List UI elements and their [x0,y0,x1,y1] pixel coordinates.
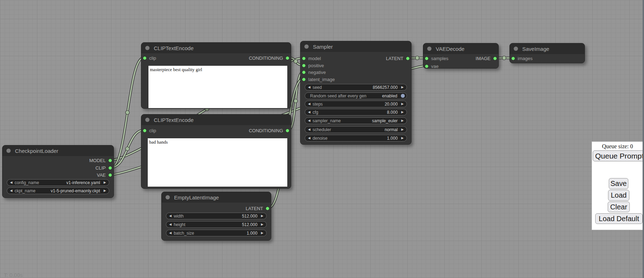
node-graph-canvas[interactable]: CheckpointLoaderMODELCLIPVAE◀config_name… [0,0,644,278]
link-midpoint-dot[interactable] [294,59,298,63]
widget-height[interactable]: ◀height512.000▶ [166,221,267,228]
widget-width[interactable]: ◀width512.000▶ [166,213,267,219]
widget-increment-arrow-icon[interactable]: ▶ [401,86,404,89]
widget-increment-arrow-icon[interactable]: ▶ [104,189,106,192]
node-title-bar[interactable]: SaveImage [510,43,585,54]
collapse-dot-icon[interactable] [166,195,170,199]
output-slot-dot[interactable] [286,129,289,133]
link-midpoint-dot[interactable] [126,147,130,151]
widget-value: enabled [382,93,397,98]
widget-decrement-arrow-icon[interactable]: ◀ [308,111,310,114]
input-slot-dot[interactable] [425,57,429,60]
link-midpoint-dot[interactable] [502,56,506,60]
widget-value: normal [384,127,398,132]
widget-increment-arrow-icon[interactable]: ▶ [261,223,263,226]
node-Sampler[interactable]: Samplermodelpositivenegativelatent_image… [300,41,412,145]
link-midpoint-dot[interactable] [294,99,298,103]
output-port-label: CONDITIONING [249,128,283,133]
input-slot-dot[interactable] [511,57,515,60]
node-title-bar[interactable]: CLIPTextEncode [141,43,291,53]
load-button[interactable]: Load [608,190,629,201]
output-port-VAE: VAE [97,173,112,177]
save-button[interactable]: Save [609,178,628,189]
input-port-label: positive [308,63,324,68]
widget-steps[interactable]: ◀steps20.000▶ [305,101,407,107]
node-title-bar[interactable]: CLIPTextEncode [141,114,291,125]
output-slot-dot[interactable] [266,207,269,210]
input-slot-dot[interactable] [425,64,429,68]
widget-decrement-arrow-icon[interactable]: ◀ [10,181,12,184]
widget-ckpt-name[interactable]: ◀ckpt_namev1-5-pruned-emaonly.ckpt▶ [7,187,109,194]
widget-increment-arrow-icon[interactable]: ▶ [401,128,404,131]
widget-decrement-arrow-icon[interactable]: ◀ [169,231,172,235]
collapse-dot-icon[interactable] [145,118,150,122]
collapse-dot-icon[interactable] [304,44,309,49]
widget-random-seed-after-every-gen[interactable]: Random seed after every genenabled [305,92,407,99]
node-VAEDecode[interactable]: VAEDecodesamplesvaeIMAGE [423,43,499,69]
widget-cfg[interactable]: ◀cfg8.000▶ [305,109,407,116]
widget-value: 1.000 [247,231,257,236]
execution-time-label: T: 0.00s [4,272,23,278]
widget-label: Random seed after every gen [310,93,366,98]
widget-increment-arrow-icon[interactable]: ▶ [261,214,263,218]
input-slot-dot[interactable] [302,64,306,68]
node-CLIPTextEncode1[interactable]: CLIPTextEncodeclipCONDITIONING [141,42,291,109]
input-port-clip: clip [143,128,156,133]
output-port-CLIP: CLIP [95,166,112,170]
widget-decrement-arrow-icon[interactable]: ◀ [308,102,310,106]
output-slot-dot[interactable] [108,159,112,162]
output-slot-dot[interactable] [286,56,289,60]
widget-decrement-arrow-icon[interactable]: ◀ [10,189,12,192]
widget-sampler-name[interactable]: ◀sampler_namesample_euler▶ [305,117,407,124]
toggle-dot-icon[interactable] [401,94,405,98]
node-CLIPTextEncode2[interactable]: CLIPTextEncodeclipCONDITIONING [141,114,291,189]
widget-increment-arrow-icon[interactable]: ▶ [401,119,404,122]
widget-increment-arrow-icon[interactable]: ▶ [104,181,106,184]
output-slot-dot[interactable] [108,173,112,177]
output-slot-dot[interactable] [493,57,497,60]
widget-decrement-arrow-icon[interactable]: ◀ [169,223,172,226]
output-slot-dot[interactable] [406,57,410,60]
node-EmptyLatentImage[interactable]: EmptyLatentImageLATENT◀width512.000▶◀hei… [161,192,271,241]
node-title-bar[interactable]: Sampler [300,41,411,52]
input-slot-dot[interactable] [302,77,306,81]
collapse-dot-icon[interactable] [514,47,518,51]
node-title-bar[interactable]: CheckpointLoader [2,145,114,156]
link-midpoint-dot[interactable] [415,56,419,60]
widget-increment-arrow-icon[interactable]: ▶ [401,102,404,106]
widget-batch-size[interactable]: ◀batch_size1.000▶ [166,230,267,236]
widget-decrement-arrow-icon[interactable]: ◀ [308,137,310,140]
queue-prompt-button[interactable]: Queue Prompt [593,150,643,161]
widget-increment-arrow-icon[interactable]: ▶ [261,231,263,235]
node-SaveImage[interactable]: SaveImageimages [509,43,585,63]
load-default-button[interactable]: Load Default [595,213,643,224]
output-slot-dot[interactable] [108,166,112,170]
widget-decrement-arrow-icon[interactable]: ◀ [308,86,310,89]
clear-button[interactable]: Clear [608,202,630,212]
widget-increment-arrow-icon[interactable]: ▶ [401,111,404,114]
input-slot-dot[interactable] [143,56,147,60]
output-port-MODEL: MODEL [89,158,112,163]
node-title-bar[interactable]: VAEDecode [423,43,498,54]
collapse-dot-icon[interactable] [6,149,11,153]
node-CheckpointLoader[interactable]: CheckpointLoaderMODELCLIPVAE◀config_name… [2,145,114,198]
widget-increment-arrow-icon[interactable]: ▶ [401,137,404,140]
link-midpoint-dot[interactable] [126,111,130,114]
node-title-bar[interactable]: EmptyLatentImage [162,192,271,203]
prompt-textarea[interactable] [148,138,287,187]
input-slot-dot[interactable] [302,57,306,60]
input-slot-dot[interactable] [302,70,306,74]
prompt-textarea[interactable] [148,66,287,108]
widget-denoise[interactable]: ◀denoise1.000▶ [305,135,407,141]
widget-decrement-arrow-icon[interactable]: ◀ [308,119,310,122]
widget-decrement-arrow-icon[interactable]: ◀ [308,128,310,131]
collapse-dot-icon[interactable] [145,46,150,50]
input-port-clip: clip [143,56,156,60]
widget-scheduler[interactable]: ◀schedulernormal▶ [305,126,407,133]
widget-config-name[interactable]: ◀config_namev1-inference.yaml▶ [7,179,109,186]
widget-seed[interactable]: ◀seed8566257.000▶ [305,84,407,91]
widget-decrement-arrow-icon[interactable]: ◀ [169,214,172,218]
collapse-dot-icon[interactable] [427,47,431,51]
input-slot-dot[interactable] [143,129,147,133]
widget-value: sample_euler [372,118,398,123]
